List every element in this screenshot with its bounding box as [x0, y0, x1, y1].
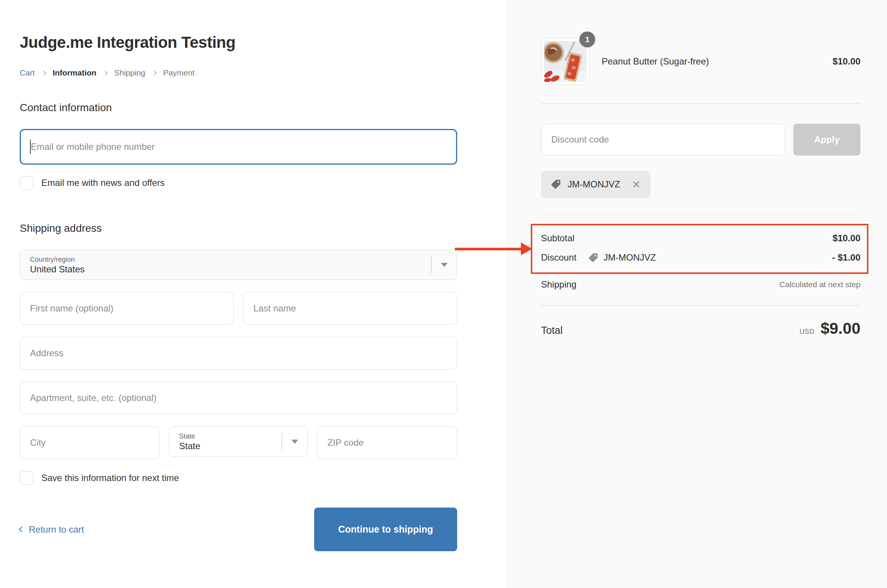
chevron-left-icon [19, 527, 25, 533]
breadcrumb-cart[interactable]: Cart [20, 68, 35, 77]
continue-to-shipping-button[interactable]: Continue to shipping [314, 508, 457, 551]
email-input[interactable] [20, 129, 457, 165]
shipping-row: Shipping Calculated at next step [541, 279, 860, 290]
total-row: Total USD $9.00 [541, 319, 860, 338]
shipping-value: Calculated at next step [779, 280, 860, 289]
contact-heading: Contact information [20, 102, 457, 114]
last-name-input[interactable] [243, 292, 457, 325]
shipping-address-heading: Shipping address [20, 222, 457, 234]
divider [541, 305, 860, 306]
discount-row: Discount JM-MONJVZ - $1.00 [541, 252, 860, 263]
applied-discount-tag: JM-MONJVZ [541, 171, 650, 198]
tag-icon [550, 178, 562, 190]
return-to-cart-link[interactable]: Return to cart [20, 524, 84, 535]
state-select-label: State [179, 433, 200, 440]
total-label: Total [541, 325, 563, 336]
annotation-box: Subtotal $10.00 Discount JM-MONJVZ - $1.… [531, 224, 868, 274]
remove-discount-icon[interactable] [631, 179, 641, 189]
cart-line-item: 1 Peanut Butter (Sugar-free) $10.00 [541, 38, 860, 85]
checkout-page: Judge.me Integration Testing Cart Inform… [0, 0, 887, 588]
divider [541, 214, 860, 215]
breadcrumb-shipping: Shipping [114, 68, 145, 77]
first-name-input[interactable] [20, 292, 234, 325]
annotation-arrow [455, 242, 532, 255]
discount-value: - $1.00 [832, 252, 860, 263]
chevron-right-icon [152, 71, 157, 75]
tag-icon [588, 252, 599, 263]
product-name: Peanut Butter (Sugar-free) [602, 56, 709, 67]
total-value: $9.00 [821, 319, 860, 338]
breadcrumb: Cart Information Shipping Payment [20, 68, 457, 77]
country-select-label: Country/region [30, 256, 85, 263]
checkout-form-pane: Judge.me Integration Testing Cart Inform… [0, 0, 507, 588]
breadcrumb-information: Information [53, 68, 97, 77]
apply-discount-button[interactable]: Apply [793, 124, 860, 156]
subtotal-label: Subtotal [541, 233, 574, 244]
newsletter-row: Email me with news and offers [20, 176, 457, 190]
state-select[interactable]: State State [169, 426, 308, 457]
email-field-wrapper [20, 129, 457, 165]
chevron-right-icon [41, 71, 46, 75]
discount-label: Discount [541, 252, 576, 263]
breadcrumb-payment: Payment [163, 68, 195, 77]
divider [541, 103, 860, 104]
city-input[interactable] [20, 426, 159, 459]
text-cursor [30, 140, 31, 154]
country-select[interactable]: Country/region United States [20, 250, 457, 280]
chevron-down-icon [441, 263, 448, 267]
peanut-butter-product-image [544, 41, 587, 82]
discount-code-row: Apply [541, 124, 860, 156]
discount-code: JM-MONJVZ [603, 252, 656, 263]
save-info-row: Save this information for next time [20, 471, 457, 485]
apartment-input[interactable] [20, 382, 457, 414]
subtotal-row: Subtotal $10.00 [541, 233, 860, 244]
product-price: $10.00 [833, 56, 860, 67]
save-info-label: Save this information for next time [41, 473, 179, 483]
newsletter-label: Email me with news and offers [41, 178, 165, 188]
shipping-label: Shipping [541, 279, 576, 290]
applied-discount-code: JM-MONJVZ [568, 179, 620, 190]
form-footer: Return to cart Continue to shipping [20, 508, 457, 551]
total-currency: USD [799, 328, 815, 336]
store-title: Judge.me Integration Testing [20, 33, 457, 52]
order-summary-pane: 1 Peanut Butter (Sugar-free) $10.00 Appl… [507, 0, 887, 588]
zip-code-input[interactable] [317, 426, 457, 459]
chevron-down-icon [291, 440, 298, 444]
subtotal-value: $10.00 [833, 233, 860, 244]
discount-code-input[interactable] [541, 124, 785, 156]
address-input[interactable] [20, 337, 457, 369]
country-select-value: United States [30, 265, 85, 274]
quantity-badge: 1 [579, 31, 595, 47]
chevron-right-icon [103, 71, 108, 75]
state-select-value: State [179, 442, 200, 451]
newsletter-checkbox[interactable] [20, 176, 33, 190]
save-info-checkbox[interactable] [20, 471, 33, 485]
